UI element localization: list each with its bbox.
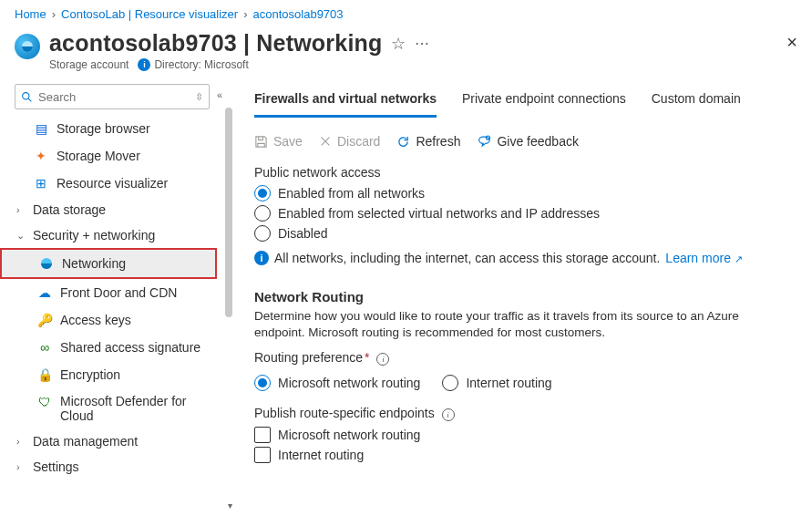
chevron-right-icon: › — [16, 436, 26, 447]
signature-icon: ∞ — [36, 339, 53, 356]
radio-label: Microsoft network routing — [278, 376, 420, 390]
tab-firewalls[interactable]: Firewalls and virtual networks — [254, 84, 437, 118]
lock-icon: 🔒 — [36, 366, 53, 383]
refresh-button[interactable]: Refresh — [396, 134, 460, 149]
radio-icon — [254, 225, 271, 242]
sidebar-item-storage-mover[interactable]: ✦ Storage Mover — [0, 142, 217, 170]
sidebar-item-data-storage[interactable]: › Data storage — [0, 197, 217, 222]
sidebar-item-security-networking[interactable]: ⌄ Security + networking — [0, 222, 217, 248]
feedback-button[interactable]: Give feedback — [477, 134, 579, 149]
scroll-down-icon[interactable]: ▾ — [228, 501, 232, 511]
search-icon — [21, 91, 33, 103]
sidebar-item-data-management[interactable]: › Data management — [0, 428, 217, 454]
public-access-heading: Public network access — [254, 165, 796, 180]
discard-icon — [319, 135, 332, 148]
info-tooltip-icon[interactable]: i — [442, 408, 455, 421]
button-label: Refresh — [416, 134, 460, 149]
shield-icon: 🛡 — [36, 394, 53, 410]
favorite-star-icon[interactable]: ☆ — [391, 34, 406, 54]
radio-icon — [254, 205, 271, 222]
tab-private-endpoint[interactable]: Private endpoint connections — [462, 84, 626, 118]
sidebar-item-front-door-cdn[interactable]: ☁ Front Door and CDN — [0, 279, 217, 306]
close-icon[interactable]: × — [786, 32, 797, 53]
info-message: i All networks, including the internet, … — [254, 251, 796, 265]
storage-browser-icon: ▤ — [33, 120, 49, 137]
checkbox-internet-routing[interactable]: Internet routing — [254, 447, 796, 463]
sidebar-item-access-keys[interactable]: 🔑 Access keys — [0, 306, 217, 334]
svg-point-1 — [23, 92, 29, 98]
breadcrumb-home[interactable]: Home — [15, 7, 46, 21]
resource-visualizer-icon: ⊞ — [33, 175, 49, 191]
sidebar-item-defender[interactable]: 🛡 Microsoft Defender for Cloud — [0, 388, 217, 428]
more-actions-icon[interactable]: ⋯ — [415, 35, 431, 52]
sidebar-item-shared-access-signature[interactable]: ∞ Shared access signature — [0, 334, 217, 361]
chevron-right-icon: › — [16, 461, 26, 472]
save-button: Save — [254, 134, 303, 149]
network-routing-heading: Network Routing — [254, 289, 796, 304]
radio-disabled[interactable]: Disabled — [254, 225, 796, 242]
sidebar-item-label: Front Door and CDN — [60, 285, 177, 300]
routing-preference-label: Routing preference* i — [254, 350, 796, 366]
refresh-icon — [396, 135, 410, 149]
external-link-icon: ↗ — [735, 253, 743, 264]
networking-icon — [38, 255, 55, 272]
info-text: All networks, including the internet, ca… — [274, 251, 660, 265]
tab-custom-domain[interactable]: Custom domain — [652, 84, 741, 118]
breadcrumb-resource-visualizer[interactable]: ContosoLab | Resource visualizer — [61, 7, 238, 21]
sidebar-item-encryption[interactable]: 🔒 Encryption — [0, 361, 217, 388]
tab-bar: Firewalls and virtual networks Private e… — [254, 84, 796, 118]
info-icon: i — [138, 58, 150, 71]
radio-label: Enabled from selected virtual networks a… — [278, 206, 600, 221]
radio-label: Internet routing — [466, 376, 551, 390]
discard-button: Discard — [319, 134, 380, 149]
checkbox-label: Internet routing — [278, 448, 364, 462]
sidebar-item-label: Data management — [33, 434, 138, 449]
sidebar-item-label: Encryption — [60, 367, 120, 382]
feedback-icon — [477, 135, 491, 149]
svg-line-2 — [28, 98, 31, 101]
button-label: Give feedback — [497, 134, 579, 149]
search-input[interactable] — [38, 90, 195, 104]
checkbox-icon — [254, 427, 271, 443]
publish-endpoints-label: Publish route-specific endpoints i — [254, 406, 796, 421]
main-content: Firewalls and virtual networks Private e… — [232, 80, 812, 516]
sidebar-item-networking[interactable]: Networking — [0, 248, 217, 279]
radio-enabled-selected[interactable]: Enabled from selected virtual networks a… — [254, 205, 796, 222]
sidebar-item-label: Security + networking — [33, 228, 155, 243]
chevron-right-icon: › — [243, 7, 247, 21]
sidebar-item-label: Access keys — [60, 313, 131, 327]
page-header: acontosolab9703 | Networking ☆ ⋯ Storage… — [0, 25, 812, 80]
radio-icon — [254, 375, 271, 391]
checkbox-icon — [254, 447, 271, 463]
radio-label: Enabled from all networks — [278, 186, 425, 201]
sidebar-item-label: Resource visualizer — [57, 176, 168, 191]
sidebar-item-resource-visualizer[interactable]: ⊞ Resource visualizer — [0, 170, 217, 197]
learn-more-link[interactable]: Learn more ↗ — [665, 251, 742, 265]
storage-mover-icon: ✦ — [33, 148, 49, 164]
radio-ms-routing[interactable]: Microsoft network routing — [254, 375, 420, 391]
breadcrumb: Home › ContosoLab | Resource visualizer … — [0, 0, 812, 25]
radio-internet-routing[interactable]: Internet routing — [442, 375, 551, 391]
expand-search-icon[interactable]: ⇳ — [195, 91, 203, 103]
button-label: Discard — [337, 134, 380, 149]
page-title: acontosolab9703 | Networking — [49, 30, 382, 57]
checkbox-label: Microsoft network routing — [278, 428, 420, 442]
breadcrumb-acontosolab9703[interactable]: acontosolab9703 — [253, 7, 344, 21]
key-icon: 🔑 — [36, 312, 53, 328]
sidebar-item-settings[interactable]: › Settings — [0, 454, 217, 480]
radio-label: Disabled — [278, 226, 327, 241]
sidebar-item-label: Storage Mover — [57, 149, 140, 163]
storage-account-icon — [15, 34, 40, 59]
sidebar-item-label: Data storage — [33, 202, 106, 217]
info-tooltip-icon[interactable]: i — [376, 353, 389, 366]
required-star-icon: * — [365, 350, 369, 365]
radio-icon — [442, 375, 458, 391]
radio-enabled-all[interactable]: Enabled from all networks — [254, 185, 796, 201]
toolbar: Save Discard Refresh Give feedback — [254, 134, 796, 149]
sidebar-search[interactable]: ⇳ — [15, 84, 210, 109]
radio-icon — [254, 185, 271, 201]
scrollbar-thumb[interactable] — [225, 108, 232, 317]
sidebar-item-storage-browser[interactable]: ▤ Storage browser — [0, 115, 217, 142]
checkbox-ms-routing[interactable]: Microsoft network routing — [254, 427, 796, 443]
save-icon — [254, 135, 268, 149]
